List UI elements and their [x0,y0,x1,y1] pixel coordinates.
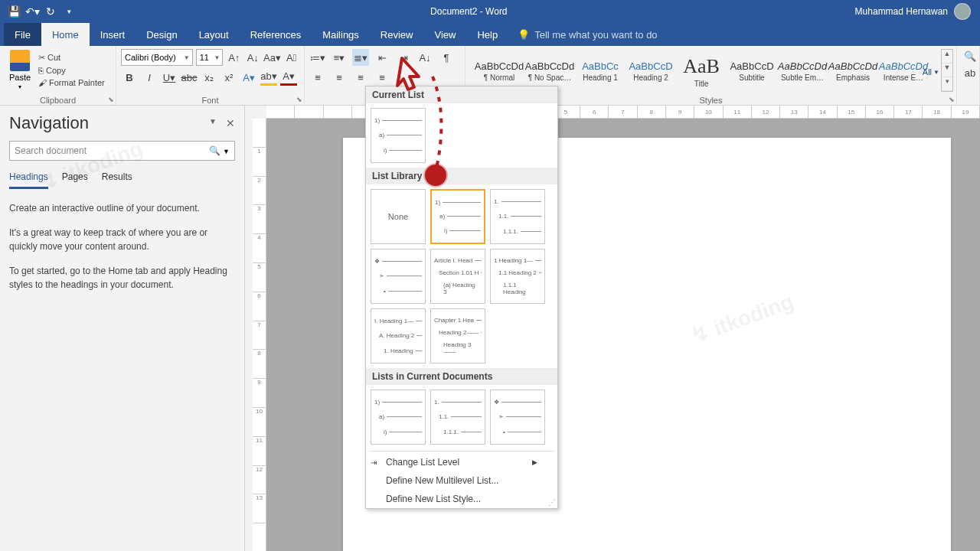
align-left-button[interactable]: ≡ [309,69,326,86]
copy-button[interactable]: ⎘Copy [38,65,105,76]
paste-button[interactable]: Paste ▾ [5,47,35,92]
ml-thumb-current[interactable]: 1)a)i) [371,108,426,163]
find-icon[interactable]: 🔍 [962,47,978,64]
tab-mailings[interactable]: Mailings [312,23,370,46]
text-effects-button[interactable]: A▾ [240,69,257,86]
increase-indent-button[interactable]: ⇥ [395,49,412,66]
tab-review[interactable]: Review [370,23,424,46]
ml-thumb-lib1[interactable]: 1)a)i) [430,189,485,244]
tab-home[interactable]: Home [41,23,90,46]
style-item[interactable]: AaBbCcDdIntense E… [879,51,928,92]
style-item[interactable]: AaBbCcHeading 1 [576,51,625,92]
italic-button[interactable]: I [141,69,158,86]
resize-grip-icon[interactable]: ⋰ [548,498,556,507]
bullets-button[interactable]: ≔▾ [309,49,326,66]
tab-file[interactable]: File [4,23,41,46]
shrink-font-button[interactable]: A↓ [245,49,261,66]
nav-title: Navigation [9,113,89,133]
tab-design[interactable]: Design [136,23,188,46]
ml-thumb-lib4[interactable]: Article I. HeadSection 1.01 H(a) Heading… [430,249,485,304]
vertical-ruler[interactable]: 12345678910111213 [253,119,266,551]
font-color-button[interactable]: A▾ [280,69,297,86]
font-name-combo[interactable]: Calibri (Body)▼ [121,49,193,66]
align-center-button[interactable]: ≡ [331,69,348,86]
grow-font-button[interactable]: A↑ [226,49,242,66]
ml-thumb-lib3[interactable]: ❖➣• [371,249,426,304]
numbering-button[interactable]: ≡▾ [331,49,348,66]
ml-define-new-style[interactable]: Define New List Style... [366,490,557,508]
tab-view[interactable]: View [423,23,466,46]
ml-thumb-doc2[interactable]: 1.1.1.1.1.1. [430,390,485,445]
show-marks-button[interactable]: ¶ [438,49,455,66]
document-title: Document2 - Word [83,6,855,17]
nav-tab-headings[interactable]: Headings [9,171,48,189]
decrease-indent-button[interactable]: ⇤ [374,49,390,66]
indent-icon: ⇥ [371,458,377,467]
ml-thumb-lib6[interactable]: I. Heading 1—A. Heading 21. Heading [371,308,426,364]
clipboard-dialog-launcher[interactable]: ⬊ [108,96,114,103]
search-icon: 🔍 [209,145,220,156]
font-dialog-launcher[interactable]: ⬊ [296,96,302,103]
strikethrough-button[interactable]: abc [181,69,198,86]
underline-button[interactable]: U▾ [161,69,178,86]
ml-thumb-none[interactable]: None [371,189,426,244]
ml-thumb-lib2[interactable]: 1.1.1.1.1.1. [490,189,545,244]
replace-icon[interactable]: ab [962,64,978,81]
tell-me-search[interactable]: 💡 Tell me what you want to do [518,23,657,46]
clipboard-label: Clipboard [0,96,116,105]
style-item[interactable]: AaBbCcDdEmphasis [828,51,877,92]
font-size-combo[interactable]: 11▼ [196,49,224,66]
align-right-button[interactable]: ≡ [352,69,369,86]
nav-tab-pages[interactable]: Pages [62,171,88,189]
tab-references[interactable]: References [240,23,312,46]
style-item[interactable]: AaBTitle [677,51,726,92]
ml-current-header: Current List [366,86,557,103]
user-name[interactable]: Muhammad Hernawan [855,6,948,17]
clipboard-icon [10,50,30,71]
cut-button[interactable]: ✂Cut [38,52,105,64]
styles-dialog-launcher[interactable]: ⬊ [949,96,955,103]
tab-help[interactable]: Help [466,23,508,46]
nav-tab-results[interactable]: Results [102,171,132,189]
styles-scroll-down[interactable]: ▼ [942,64,952,77]
subscript-button[interactable]: x₂ [201,69,217,86]
justify-button[interactable]: ≡ [374,69,390,86]
styles-scroll-up[interactable]: ▲ [942,50,952,64]
style-item[interactable]: AaBbCcDdSubtle Em… [778,51,827,92]
ml-thumb-lib7[interactable]: Chapter 1 HeaHeading 2——Heading 3—— [430,308,485,364]
user-avatar[interactable] [954,3,971,20]
ml-thumb-lib5[interactable]: 1 Heading 1—1.1 Heading 21.1.1 Heading [490,249,545,304]
ml-library-header: List Library [366,168,557,184]
styles-more-button[interactable]: ▾ [942,77,952,91]
tab-insert[interactable]: Insert [90,23,136,46]
copy-icon: ⎘ [38,66,44,75]
undo-icon[interactable]: ↶▾ [24,4,40,19]
superscript-button[interactable]: x² [220,69,237,86]
format-painter-button[interactable]: 🖌Format Painter [38,77,105,88]
sort-button[interactable]: A↓ [416,49,433,66]
ml-thumb-doc1[interactable]: 1)a)i) [371,390,426,445]
style-item[interactable]: AaBbCcDSubtitle [727,51,776,92]
ml-thumb-doc3[interactable]: ❖➣• [490,390,545,445]
change-case-button[interactable]: Aa▾ [264,49,281,66]
styles-all-filter[interactable]: All▼ [923,67,939,77]
multilevel-list-dropdown: Current List 1)a)i) List Library None 1)… [365,86,558,509]
bold-button[interactable]: B [121,69,138,86]
save-icon[interactable]: 💾 [6,4,21,19]
ml-define-new-list[interactable]: Define New Multilevel List... [366,471,557,490]
nav-dropdown-icon[interactable]: ▼ [209,117,217,129]
clear-formatting-button[interactable]: A⃠ [284,49,300,66]
highlight-button[interactable]: ab▾ [260,69,277,86]
style-item[interactable]: AaBbCcDHeading 2 [626,51,675,92]
nav-search-input[interactable]: Search document 🔍 ▼ [9,141,235,161]
multilevel-list-button[interactable]: ≣▾ [352,49,369,66]
nav-close-icon[interactable]: ✕ [226,117,235,129]
qat-more-icon[interactable]: ▾ [61,4,77,19]
ml-change-level[interactable]: ⇥ Change List Level▶ [366,453,557,471]
ribbon-tab-strip: File Home Insert Design Layout Reference… [0,23,980,46]
bulb-icon: 💡 [518,29,530,41]
tab-layout[interactable]: Layout [188,23,240,46]
font-label: Font [116,96,304,105]
title-bar: 💾 ↶▾ ↻ ▾ Document2 - Word Muhammad Herna… [0,0,980,23]
redo-icon[interactable]: ↻ [43,4,58,19]
